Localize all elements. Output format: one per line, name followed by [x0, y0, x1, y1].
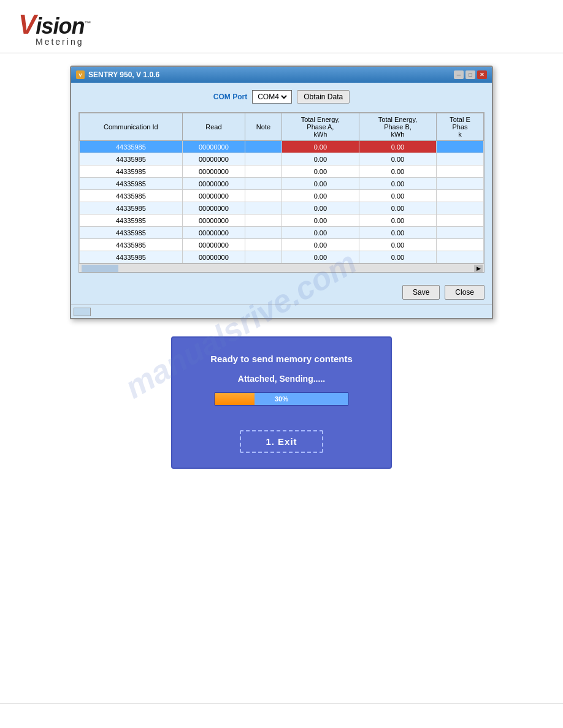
col-header-total-energy-b: Total Energy,Phase B,kWh: [359, 113, 436, 141]
logo-tm: ™: [84, 20, 90, 27]
table-cell: [437, 239, 484, 251]
table-cell: 0.00: [359, 202, 436, 214]
exit-button[interactable]: 1. Exit: [240, 430, 323, 453]
table-cell: 00000000: [182, 227, 245, 239]
table-row[interactable]: 44335985000000000.000.00: [80, 202, 484, 214]
main-content: V SENTRY 950, V 1.0.6 ─ □ ✕ COM Port COM…: [0, 53, 563, 481]
logo-vision: Vision™: [18, 11, 90, 38]
col-header-comm-id: Communication Id: [80, 113, 183, 141]
sending-title: Ready to send memory contents: [210, 352, 353, 365]
table-cell: 00000000: [182, 153, 245, 165]
table-cell: 44335985: [80, 214, 183, 227]
table-cell: 0.00: [282, 178, 359, 190]
progress-bar-fill: [215, 393, 255, 405]
table-cell: 44335985: [80, 202, 183, 214]
table-cell: 0.00: [359, 141, 436, 153]
table-cell: 0.00: [359, 178, 436, 190]
title-bar-left: V SENTRY 950, V 1.0.6: [76, 70, 159, 79]
table-cell: 00000000: [182, 251, 245, 264]
table-cell: 44335985: [80, 141, 183, 153]
minimize-button[interactable]: ─: [454, 70, 464, 79]
table-cell: 44335985: [80, 190, 183, 202]
table-row[interactable]: 44335985000000000.000.00: [80, 251, 484, 264]
table-cell: [245, 153, 282, 165]
table-row[interactable]: 44335985000000000.000.00: [80, 165, 484, 178]
col-header-total-energy-a: Total Energy,Phase A,kWh: [282, 113, 359, 141]
table-row[interactable]: 44335985000000000.000.00: [80, 227, 484, 239]
table-cell: 0.00: [282, 141, 359, 153]
table-cell: [437, 251, 484, 264]
dialog-footer: Save Close: [71, 280, 492, 305]
table-cell: [245, 227, 282, 239]
table-cell: 0.00: [282, 202, 359, 214]
data-table-container: Communication Id Read Note Total Energy,…: [79, 112, 484, 273]
table-cell: 0.00: [282, 190, 359, 202]
progress-bar-container: 30%: [214, 392, 349, 406]
table-cell: 0.00: [282, 153, 359, 165]
close-window-button[interactable]: ✕: [477, 70, 487, 79]
table-cell: 0.00: [282, 214, 359, 227]
table-row[interactable]: 44335985000000000.000.00: [80, 178, 484, 190]
table-row[interactable]: 44335985000000000.000.00: [80, 141, 484, 153]
table-cell: [437, 190, 484, 202]
dialog-body: COM Port COM4 COM1 COM2 COM3 COM5 Obtain…: [71, 83, 492, 280]
table-row[interactable]: 44335985000000000.000.00: [80, 190, 484, 202]
table-cell: 0.00: [282, 251, 359, 264]
table-cell: 0.00: [282, 165, 359, 178]
sending-dialog: Ready to send memory contents Attached, …: [171, 336, 392, 469]
scroll-right-arrow[interactable]: ▶: [474, 265, 483, 272]
window-title: SENTRY 950, V 1.0.6: [88, 70, 159, 79]
table-cell: 0.00: [282, 227, 359, 239]
maximize-button[interactable]: □: [465, 70, 475, 79]
table-cell: 00000000: [182, 214, 245, 227]
table-cell: 0.00: [359, 227, 436, 239]
progress-bar-remaining: [255, 393, 348, 405]
table-cell: 0.00: [359, 214, 436, 227]
table-cell: [437, 178, 484, 190]
table-cell: [437, 141, 484, 153]
table-cell: 0.00: [359, 190, 436, 202]
table-cell: [437, 214, 484, 227]
dialog-window: V SENTRY 950, V 1.0.6 ─ □ ✕ COM Port COM…: [70, 66, 493, 319]
table-row[interactable]: 44335985000000000.000.00: [80, 214, 484, 227]
table-cell: [245, 165, 282, 178]
table-cell: 00000000: [182, 141, 245, 153]
sending-subtitle: Attached, Sending.....: [238, 374, 325, 384]
table-cell: [437, 227, 484, 239]
table-cell: [437, 202, 484, 214]
save-button[interactable]: Save: [402, 285, 440, 300]
status-bar: [71, 305, 492, 318]
table-cell: [245, 251, 282, 264]
com-port-select-wrapper[interactable]: COM4 COM1 COM2 COM3 COM5: [252, 90, 292, 104]
table-scroll-bar[interactable]: ▶: [79, 264, 484, 272]
table-cell: 44335985: [80, 251, 183, 264]
table-cell: 00000000: [182, 165, 245, 178]
table-cell: 44335985: [80, 165, 183, 178]
com-port-row: COM Port COM4 COM1 COM2 COM3 COM5 Obtain…: [79, 90, 484, 104]
table-cell: 00000000: [182, 239, 245, 251]
progress-label: 30%: [275, 395, 288, 403]
col-header-total-energy-c: Total EPhask: [437, 113, 484, 141]
scroll-thumb[interactable]: [82, 265, 118, 272]
table-row[interactable]: 44335985000000000.000.00: [80, 153, 484, 165]
com-port-label: COM Port: [213, 93, 247, 101]
com-port-dropdown[interactable]: COM4 COM1 COM2 COM3 COM5: [255, 92, 289, 102]
table-cell: 0.00: [359, 153, 436, 165]
table-cell: [245, 178, 282, 190]
header: Vision™ Metering: [0, 0, 563, 53]
table-cell: 0.00: [282, 239, 359, 251]
obtain-data-button[interactable]: Obtain Data: [297, 90, 350, 104]
bottom-rule: [0, 703, 563, 703]
table-row[interactable]: 44335985000000000.000.00: [80, 239, 484, 251]
logo-container: Vision™ Metering: [18, 11, 90, 47]
table-cell: [245, 190, 282, 202]
logo-metering: Metering: [18, 37, 83, 47]
table-cell: 00000000: [182, 178, 245, 190]
table-cell: 44335985: [80, 178, 183, 190]
title-bar: V SENTRY 950, V 1.0.6 ─ □ ✕: [71, 67, 492, 83]
table-cell: [245, 141, 282, 153]
title-bar-controls[interactable]: ─ □ ✕: [454, 70, 487, 79]
table-cell: 0.00: [359, 251, 436, 264]
close-button[interactable]: Close: [445, 285, 484, 300]
col-header-note: Note: [245, 113, 282, 141]
